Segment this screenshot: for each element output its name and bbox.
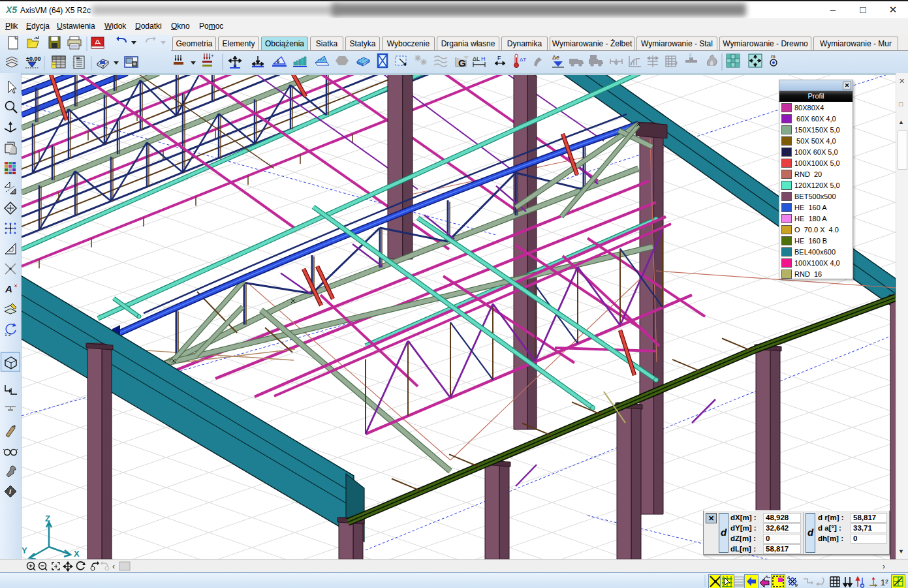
svg-text:1²: 1²: [881, 578, 888, 587]
svg-text:G: G: [458, 57, 466, 69]
svg-text:Δe: Δe: [552, 54, 559, 61]
svg-text:+: +: [211, 53, 214, 59]
svg-text:m: m: [771, 54, 775, 59]
svg-text:Z: Z: [45, 514, 50, 523]
svg-text:Y: Y: [22, 546, 27, 555]
svg-text:ΔL: ΔL: [473, 55, 480, 62]
svg-text:›: ›: [883, 562, 885, 571]
svg-text:F: F: [689, 53, 692, 57]
svg-text:ΔT: ΔT: [520, 57, 526, 63]
svg-text:H: H: [481, 55, 486, 62]
svg-text:F: F: [497, 55, 501, 61]
svg-text:X: X: [74, 549, 80, 559]
svg-text:1 2: 1 2: [5, 332, 11, 337]
svg-text:‹: ‹: [112, 562, 115, 571]
svg-text:A: A: [5, 283, 12, 294]
svg-text:±0.00: ±0.00: [26, 55, 40, 62]
